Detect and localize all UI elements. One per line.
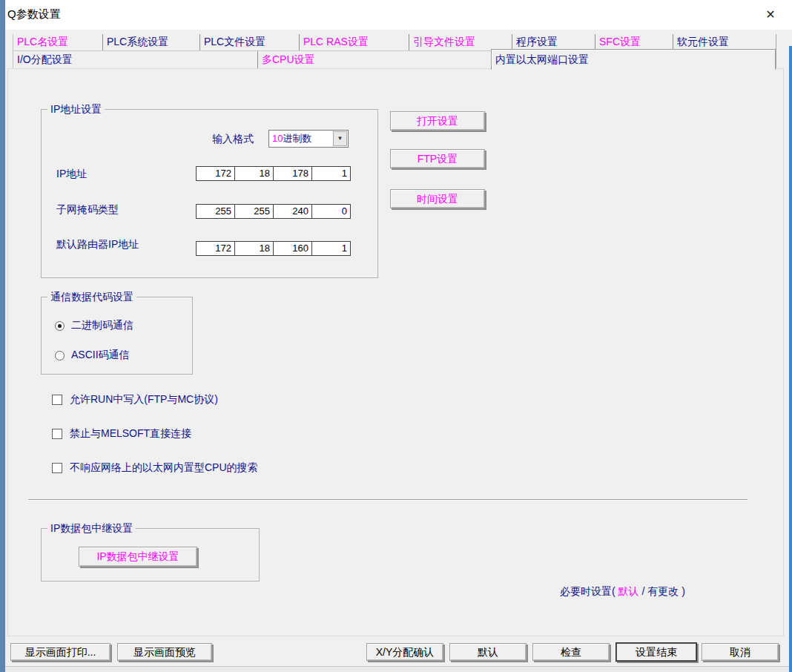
window-left-edge	[0, 0, 5, 672]
dialog-q-parameter-settings: Q参数设置 ✕ PLC名设置 PLC系统设置 PLC文件设置 PLC RAS设置…	[0, 0, 792, 672]
group-ip-address-settings: IP地址设置 输入格式 10进制数 ▼ IP地址 172 18 178 1 子网…	[41, 109, 378, 278]
checkbox-no-response-cpu-search-label: 不响应网络上的以太网内置型CPU的搜索	[70, 461, 258, 475]
note-changed-label: 有更改	[647, 585, 679, 597]
ftp-settings-button[interactable]: FTP设置	[390, 149, 485, 168]
subnet-mask-input: 255 255 240 0	[196, 204, 351, 219]
tab-multi-cpu-settings[interactable]: 多CPU设置	[257, 51, 491, 68]
note-suffix: )	[682, 585, 685, 597]
tab-strip-right-edge	[776, 34, 776, 68]
subnet-mask-octet-3[interactable]: 240	[273, 204, 312, 219]
default-router-octet-4[interactable]: 1	[311, 241, 351, 256]
radio-binary-code-comm-label: 二进制码通信	[71, 319, 133, 332]
input-format-select[interactable]: 10进制数 ▼	[268, 130, 349, 148]
tab-plc-system-settings[interactable]: PLC系统设置	[102, 34, 199, 50]
chevron-down-icon[interactable]: ▼	[333, 131, 347, 146]
radio-ascii-code-comm-label: ASCII码通信	[71, 349, 130, 362]
note-prefix: 必要时设置(	[560, 585, 616, 597]
default-router-ip-input: 172 18 160 1	[196, 241, 351, 256]
title-bar: Q参数设置 ✕	[0, 0, 792, 30]
window-right-edge	[789, 46, 792, 672]
tab-plc-file-settings[interactable]: PLC文件设置	[199, 34, 299, 50]
tab-built-in-ethernet-port-settings[interactable]: 内置以太网端口设置	[491, 49, 776, 70]
end-settings-button[interactable]: 设置结束	[616, 642, 697, 662]
checkbox-no-response-cpu-search[interactable]	[52, 463, 62, 473]
checkbox-disable-melsoft-connection-label: 禁止与MELSOFT直接连接	[70, 427, 191, 441]
window-bottom-edge	[5, 666, 789, 672]
group-ip-packet-relay-title: IP数据包中继设置	[47, 522, 136, 536]
dialog-title: Q参数设置	[7, 7, 61, 22]
checkbox-allow-run-write[interactable]	[52, 395, 62, 405]
default-router-octet-3[interactable]: 160	[273, 241, 312, 256]
note-default-label: 默认	[618, 585, 639, 597]
ip-address-octet-3[interactable]: 178	[273, 166, 312, 181]
open-settings-button[interactable]: 打开设置	[390, 111, 485, 131]
group-comm-data-code-title: 通信数据代码设置	[47, 291, 136, 304]
group-ip-packet-relay-settings: IP数据包中继设置 IP数据包中继设置	[41, 528, 260, 582]
required-settings-note: 必要时设置( 默认 / 有更改 )	[560, 585, 685, 599]
ip-address-octet-4[interactable]: 1	[311, 166, 351, 181]
default-router-octet-2[interactable]: 18	[234, 241, 274, 256]
ip-packet-relay-settings-button[interactable]: IP数据包中继设置	[79, 547, 197, 567]
ip-address-octet-1[interactable]: 172	[196, 166, 235, 181]
time-settings-button[interactable]: 时间设置	[390, 189, 485, 208]
default-button[interactable]: 默认	[449, 643, 527, 661]
radio-ascii-code-comm[interactable]	[55, 351, 65, 360]
default-router-ip-label: 默认路由器IP地址	[56, 238, 139, 251]
default-router-octet-1[interactable]: 172	[196, 241, 235, 256]
checkbox-allow-run-write-label: 允许RUN中写入(FTP与MC协议)	[70, 393, 218, 406]
tab-io-assignment-settings[interactable]: I/O分配设置	[13, 51, 257, 68]
tab-boot-file-settings[interactable]: 引导文件设置	[409, 34, 512, 50]
cancel-button[interactable]: 取消	[702, 643, 779, 661]
checkbox-disable-melsoft-connection[interactable]	[52, 429, 62, 439]
check-button[interactable]: 检查	[532, 643, 610, 661]
input-format-value-prefix: 10	[272, 133, 283, 144]
input-format-label: 输入格式	[212, 133, 254, 146]
ip-address-label: IP地址	[56, 168, 87, 181]
tab-device-settings[interactable]: 软元件设置	[673, 34, 776, 50]
subnet-mask-label: 子网掩码类型	[56, 203, 119, 217]
input-format-value: 10进制数	[272, 132, 311, 145]
group-ip-address-settings-title: IP地址设置	[47, 103, 105, 116]
input-format-value-suffix: 进制数	[283, 133, 311, 144]
print-screen-button[interactable]: 显示画面打印...	[10, 643, 110, 661]
section-divider	[28, 499, 748, 501]
tab-program-settings[interactable]: 程序设置	[512, 34, 595, 50]
tab-sfc-settings[interactable]: SFC设置	[595, 34, 673, 50]
subnet-mask-octet-2[interactable]: 255	[234, 204, 274, 219]
radio-binary-code-comm[interactable]	[55, 321, 65, 331]
group-comm-data-code-settings: 通信数据代码设置 二进制码通信 ASCII码通信	[41, 297, 193, 375]
close-icon[interactable]: ✕	[761, 6, 780, 24]
subnet-mask-octet-1[interactable]: 255	[196, 204, 235, 219]
ip-address-input: 172 18 178 1	[196, 166, 351, 181]
tab-plc-name-settings[interactable]: PLC名设置	[13, 34, 102, 50]
subnet-mask-octet-4[interactable]: 0	[311, 204, 351, 219]
preview-screen-button[interactable]: 显示画面预览	[117, 643, 212, 661]
tab-plc-ras-settings[interactable]: PLC RAS设置	[299, 34, 409, 50]
ip-address-octet-2[interactable]: 18	[234, 166, 274, 181]
xy-assignment-confirm-button[interactable]: X/Y分配确认	[366, 643, 443, 661]
